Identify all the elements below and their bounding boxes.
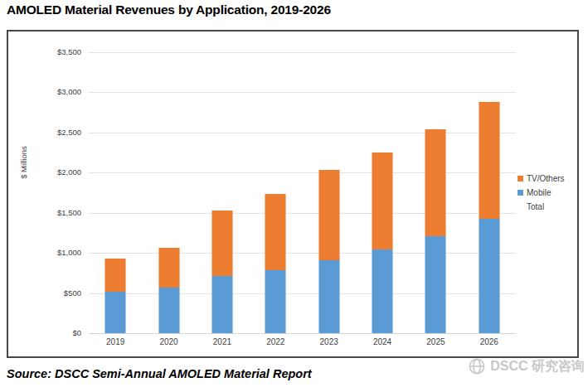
y-tick-label: $1,000 bbox=[32, 248, 81, 257]
bar-2026 bbox=[479, 102, 500, 333]
legend-label: TV/Others bbox=[527, 174, 565, 183]
gridline bbox=[89, 253, 516, 254]
y-tick-label: $2,000 bbox=[32, 167, 81, 177]
gridline bbox=[89, 213, 516, 214]
bar-2022 bbox=[265, 194, 286, 333]
y-tick-label: $2,500 bbox=[32, 128, 81, 137]
legend-item-mobile: Mobile bbox=[518, 188, 565, 197]
legend: TV/OthersMobileTotal bbox=[518, 174, 565, 211]
gridline bbox=[89, 293, 516, 294]
y-tick-label: $0 bbox=[32, 328, 81, 337]
legend-item-total: Total bbox=[518, 202, 565, 211]
x-tick-label: 2019 bbox=[89, 337, 142, 346]
y-axis-title: $ Millions bbox=[19, 146, 28, 179]
bar-segment-tv-others bbox=[104, 259, 126, 292]
bar-segment-tv-others bbox=[425, 129, 446, 236]
bar-segment-mobile bbox=[318, 260, 340, 333]
gridline bbox=[89, 333, 516, 334]
x-tick-label: 2025 bbox=[409, 337, 462, 346]
bar-segment-tv-others bbox=[479, 102, 500, 219]
bar-segment-tv-others bbox=[211, 211, 233, 275]
x-tick-label: 2026 bbox=[463, 337, 516, 346]
x-tick-label: 2023 bbox=[303, 337, 356, 346]
watermark-text: DSCC 研究咨询 bbox=[490, 358, 585, 375]
source-note: Source: DSCC Semi-Annual AMOLED Material… bbox=[7, 367, 312, 380]
globe-icon bbox=[468, 357, 486, 375]
legend-label: Total bbox=[527, 202, 544, 211]
legend-item-tv-others: TV/Others bbox=[518, 174, 565, 183]
bar-2020 bbox=[158, 248, 180, 333]
bar-segment-mobile bbox=[211, 276, 233, 333]
x-tick-label: 2024 bbox=[356, 337, 409, 346]
watermark: DSCC 研究咨询 bbox=[468, 357, 585, 375]
bar-2024 bbox=[372, 152, 393, 333]
y-tick-label: $3,500 bbox=[32, 47, 81, 56]
x-tick-label: 2020 bbox=[142, 337, 195, 346]
y-tick-label: $3,000 bbox=[32, 87, 81, 96]
bar-segment-tv-others bbox=[372, 152, 393, 249]
chart-frame: $ Millions $0$500$1,000$1,500$2,000$2,50… bbox=[7, 30, 579, 358]
bar-segment-mobile bbox=[104, 292, 126, 333]
bar-segment-mobile bbox=[425, 236, 446, 333]
gridline bbox=[89, 133, 516, 133]
y-tick-label: $1,500 bbox=[32, 208, 81, 217]
gridline bbox=[89, 92, 516, 93]
bar-2021 bbox=[211, 211, 233, 333]
x-tick-label: 2021 bbox=[196, 337, 249, 346]
legend-label: Mobile bbox=[527, 188, 551, 197]
bar-2025 bbox=[425, 129, 446, 333]
bar-segment-tv-others bbox=[318, 170, 340, 260]
y-tick-label: $500 bbox=[32, 288, 81, 298]
bar-2023 bbox=[318, 170, 340, 333]
legend-swatch bbox=[518, 190, 523, 196]
gridline bbox=[89, 52, 516, 53]
plot-area: $0$500$1,000$1,500$2,000$2,500$3,000$3,5… bbox=[89, 52, 516, 333]
bar-segment-mobile bbox=[372, 249, 393, 333]
bar-segment-tv-others bbox=[158, 248, 180, 288]
bar-segment-mobile bbox=[158, 288, 180, 333]
bar-segment-tv-others bbox=[265, 194, 286, 270]
bar-segment-mobile bbox=[479, 219, 500, 333]
legend-swatch bbox=[518, 176, 523, 181]
x-tick-label: 2022 bbox=[249, 337, 302, 346]
chart-title: AMOLED Material Revenues by Application,… bbox=[7, 2, 331, 17]
bar-segment-mobile bbox=[265, 270, 286, 333]
gridline bbox=[89, 172, 516, 173]
bar-2019 bbox=[104, 259, 126, 333]
